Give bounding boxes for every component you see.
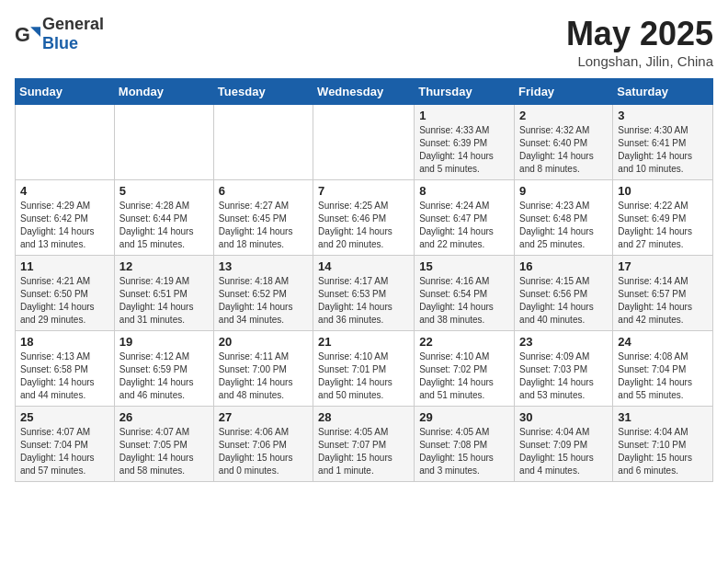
day-info: Sunrise: 4:32 AM Sunset: 6:40 PM Dayligh…	[519, 125, 594, 174]
day-info: Sunrise: 4:29 AM Sunset: 6:42 PM Dayligh…	[20, 201, 95, 249]
calendar-cell: 23Sunrise: 4:09 AM Sunset: 7:03 PM Dayli…	[515, 331, 613, 407]
calendar-cell: 21Sunrise: 4:10 AM Sunset: 7:01 PM Dayli…	[313, 331, 415, 407]
calendar-table: SundayMondayTuesdayWednesdayThursdayFrid…	[15, 78, 713, 482]
page-header: G General Blue May 2025 Longshan, Jilin,…	[15, 15, 713, 69]
day-info: Sunrise: 4:08 AM Sunset: 7:04 PM Dayligh…	[618, 351, 692, 400]
day-number: 26	[119, 410, 209, 424]
day-info: Sunrise: 4:33 AM Sunset: 6:39 PM Dayligh…	[419, 125, 494, 174]
day-info: Sunrise: 4:30 AM Sunset: 6:41 PM Dayligh…	[618, 125, 692, 174]
month-title: May 2025	[566, 15, 713, 53]
day-info: Sunrise: 4:09 AM Sunset: 7:03 PM Dayligh…	[519, 351, 594, 400]
calendar-cell: 7Sunrise: 4:25 AM Sunset: 6:46 PM Daylig…	[313, 180, 415, 256]
day-info: Sunrise: 4:27 AM Sunset: 6:45 PM Dayligh…	[219, 201, 293, 249]
calendar-cell: 29Sunrise: 4:05 AM Sunset: 7:08 PM Dayli…	[415, 407, 515, 482]
day-number: 16	[519, 259, 608, 273]
day-info: Sunrise: 4:07 AM Sunset: 7:05 PM Dayligh…	[119, 427, 194, 476]
location: Longshan, Jilin, China	[566, 53, 713, 69]
weekday-header-sunday: Sunday	[16, 79, 115, 105]
calendar-cell: 26Sunrise: 4:07 AM Sunset: 7:05 PM Dayli…	[114, 407, 213, 482]
calendar-week-1: 1Sunrise: 4:33 AM Sunset: 6:39 PM Daylig…	[16, 105, 713, 180]
weekday-header-saturday: Saturday	[613, 79, 713, 105]
day-info: Sunrise: 4:15 AM Sunset: 6:56 PM Dayligh…	[519, 276, 594, 325]
calendar-week-2: 4Sunrise: 4:29 AM Sunset: 6:42 PM Daylig…	[16, 180, 713, 256]
calendar-cell: 17Sunrise: 4:14 AM Sunset: 6:57 PM Dayli…	[613, 256, 713, 331]
calendar-cell	[16, 105, 115, 180]
day-number: 6	[219, 184, 308, 198]
calendar-cell: 2Sunrise: 4:32 AM Sunset: 6:40 PM Daylig…	[515, 105, 613, 180]
calendar-cell: 11Sunrise: 4:21 AM Sunset: 6:50 PM Dayli…	[16, 256, 115, 331]
day-number: 14	[318, 259, 409, 273]
title-section: May 2025 Longshan, Jilin, China	[566, 15, 713, 69]
day-info: Sunrise: 4:17 AM Sunset: 6:53 PM Dayligh…	[318, 276, 392, 325]
day-info: Sunrise: 4:16 AM Sunset: 6:54 PM Dayligh…	[419, 276, 494, 325]
calendar-cell: 5Sunrise: 4:28 AM Sunset: 6:44 PM Daylig…	[114, 180, 213, 256]
calendar-cell: 14Sunrise: 4:17 AM Sunset: 6:53 PM Dayli…	[313, 256, 415, 331]
day-number: 15	[419, 259, 509, 273]
calendar-cell: 13Sunrise: 4:18 AM Sunset: 6:52 PM Dayli…	[213, 256, 313, 331]
calendar-cell	[114, 105, 213, 180]
day-number: 12	[119, 259, 209, 273]
svg-text:G: G	[15, 23, 30, 46]
day-number: 27	[219, 410, 308, 424]
weekday-header-row: SundayMondayTuesdayWednesdayThursdayFrid…	[16, 79, 713, 105]
calendar-cell: 1Sunrise: 4:33 AM Sunset: 6:39 PM Daylig…	[415, 105, 515, 180]
calendar-cell	[213, 105, 313, 180]
logo-blue: Blue	[42, 34, 78, 52]
logo-general: General	[42, 15, 104, 33]
day-info: Sunrise: 4:10 AM Sunset: 7:02 PM Dayligh…	[419, 351, 494, 400]
calendar-cell: 27Sunrise: 4:06 AM Sunset: 7:06 PM Dayli…	[213, 407, 313, 482]
logo: G General Blue	[15, 15, 104, 53]
day-info: Sunrise: 4:05 AM Sunset: 7:08 PM Dayligh…	[419, 427, 494, 476]
day-number: 3	[618, 109, 708, 122]
day-info: Sunrise: 4:04 AM Sunset: 7:09 PM Dayligh…	[519, 427, 594, 476]
calendar-cell: 22Sunrise: 4:10 AM Sunset: 7:02 PM Dayli…	[415, 331, 515, 407]
calendar-week-3: 11Sunrise: 4:21 AM Sunset: 6:50 PM Dayli…	[16, 256, 713, 331]
day-number: 29	[419, 410, 509, 424]
calendar-cell: 25Sunrise: 4:07 AM Sunset: 7:04 PM Dayli…	[16, 407, 115, 482]
day-info: Sunrise: 4:19 AM Sunset: 6:51 PM Dayligh…	[119, 276, 194, 325]
day-number: 17	[618, 259, 708, 273]
day-number: 20	[219, 335, 308, 349]
day-number: 18	[20, 335, 109, 349]
day-number: 4	[20, 184, 109, 198]
day-info: Sunrise: 4:22 AM Sunset: 6:49 PM Dayligh…	[618, 201, 692, 249]
day-number: 24	[618, 335, 708, 349]
calendar-cell: 31Sunrise: 4:04 AM Sunset: 7:10 PM Dayli…	[613, 407, 713, 482]
calendar-cell: 19Sunrise: 4:12 AM Sunset: 6:59 PM Dayli…	[114, 331, 213, 407]
calendar-cell: 24Sunrise: 4:08 AM Sunset: 7:04 PM Dayli…	[613, 331, 713, 407]
day-number: 7	[318, 184, 409, 198]
day-number: 28	[318, 410, 409, 424]
logo-icon: G	[15, 21, 40, 47]
day-number: 8	[419, 184, 509, 198]
weekday-header-wednesday: Wednesday	[313, 79, 415, 105]
day-number: 30	[519, 410, 608, 424]
day-info: Sunrise: 4:13 AM Sunset: 6:58 PM Dayligh…	[20, 351, 95, 400]
day-info: Sunrise: 4:25 AM Sunset: 6:46 PM Dayligh…	[318, 201, 392, 249]
weekday-header-tuesday: Tuesday	[213, 79, 313, 105]
day-info: Sunrise: 4:10 AM Sunset: 7:01 PM Dayligh…	[318, 351, 392, 400]
calendar-cell: 9Sunrise: 4:23 AM Sunset: 6:48 PM Daylig…	[515, 180, 613, 256]
day-number: 5	[119, 184, 209, 198]
weekday-header-thursday: Thursday	[415, 79, 515, 105]
day-number: 2	[519, 109, 608, 122]
day-info: Sunrise: 4:24 AM Sunset: 6:47 PM Dayligh…	[419, 201, 494, 249]
calendar-cell: 12Sunrise: 4:19 AM Sunset: 6:51 PM Dayli…	[114, 256, 213, 331]
calendar-cell	[313, 105, 415, 180]
weekday-header-monday: Monday	[114, 79, 213, 105]
day-info: Sunrise: 4:18 AM Sunset: 6:52 PM Dayligh…	[219, 276, 293, 325]
day-number: 23	[519, 335, 608, 349]
calendar-cell: 30Sunrise: 4:04 AM Sunset: 7:09 PM Dayli…	[515, 407, 613, 482]
svg-marker-1	[30, 27, 40, 37]
day-number: 11	[20, 259, 109, 273]
day-number: 25	[20, 410, 109, 424]
weekday-header-friday: Friday	[515, 79, 613, 105]
calendar-cell: 3Sunrise: 4:30 AM Sunset: 6:41 PM Daylig…	[613, 105, 713, 180]
day-info: Sunrise: 4:12 AM Sunset: 6:59 PM Dayligh…	[119, 351, 194, 400]
day-number: 21	[318, 335, 409, 349]
calendar-cell: 28Sunrise: 4:05 AM Sunset: 7:07 PM Dayli…	[313, 407, 415, 482]
day-number: 13	[219, 259, 308, 273]
calendar-cell: 8Sunrise: 4:24 AM Sunset: 6:47 PM Daylig…	[415, 180, 515, 256]
day-number: 31	[618, 410, 708, 424]
day-info: Sunrise: 4:11 AM Sunset: 7:00 PM Dayligh…	[219, 351, 293, 400]
day-info: Sunrise: 4:28 AM Sunset: 6:44 PM Dayligh…	[119, 201, 194, 249]
